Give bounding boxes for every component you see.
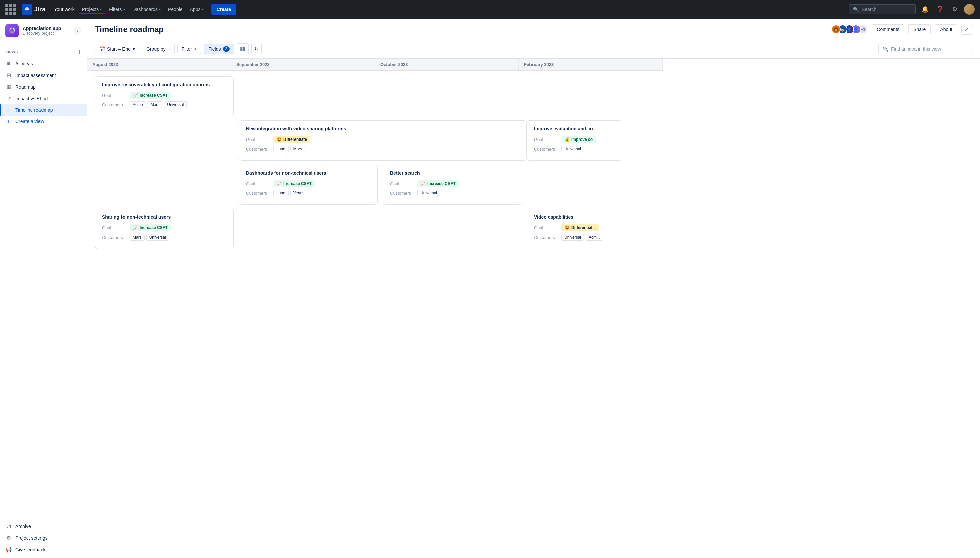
card-slot-4-3: Video capabilities Goal 🤩 Differentiat..…	[524, 209, 668, 249]
sidebar-item-impact-effort[interactable]: ↗ Impact vs Effort	[0, 93, 87, 104]
timeline-scroll[interactable]: August 2023 September 2023 October 2023 …	[87, 59, 980, 254]
card-customers-row: Customers Universal	[534, 146, 615, 152]
sidebar-item-label: Impact assessment	[15, 72, 56, 78]
fields-button[interactable]: Fields 3	[204, 44, 234, 54]
table-icon	[240, 46, 246, 52]
notifications-icon[interactable]: 🔔	[920, 4, 931, 15]
group-by-button[interactable]: Group by +	[142, 44, 175, 54]
idea-card-improve[interactable]: Improve evaluation and co... Goal 💰 Impr…	[527, 120, 622, 161]
customers-label: Customers	[390, 191, 413, 196]
date-range-chevron: ▾	[133, 46, 135, 51]
svg-rect-3	[243, 49, 245, 51]
sidebar-project: 🔮 Appreciation app Discovery project ‹	[0, 19, 87, 43]
goal-text: Increase CSAT	[140, 93, 168, 98]
customer-tag: Universal	[164, 101, 187, 108]
list-icon: ≡	[5, 61, 12, 67]
app-grid-icon[interactable]	[5, 4, 16, 15]
card-slot-4-2	[380, 209, 524, 249]
nav-dashboards[interactable]: Dashboards ▾	[129, 5, 164, 14]
customer-tag: Universal	[418, 190, 440, 196]
views-section: VIEWS + ≡ All ideas ⊞ Impact assessment …	[0, 43, 87, 131]
main-nav: Your work Projects ▾ Filters ▾ Dashboard…	[51, 5, 207, 14]
card-customers-row: Customers Mars Universal	[102, 234, 227, 241]
card-customers-row: Customers Acme Mars Universal	[102, 101, 227, 108]
sidebar-collapse-button[interactable]: ‹	[73, 27, 81, 35]
view-options-button[interactable]	[237, 43, 249, 54]
help-icon[interactable]: ❓	[934, 4, 945, 15]
customer-pills: Lune Venus	[273, 190, 307, 196]
card-customers-row: Customers Universal	[390, 190, 515, 196]
svg-rect-2	[240, 49, 242, 51]
sidebar-item-label: Create a view	[15, 119, 44, 124]
jira-logo[interactable]: Jira	[22, 4, 45, 15]
expand-icon: ⤢	[965, 27, 968, 32]
share-button[interactable]: Share	[908, 25, 931, 34]
idea-card-sharing[interactable]: Sharing to non-technical users Goal 📈 In…	[95, 209, 233, 249]
nav-filters[interactable]: Filters ▾	[106, 5, 128, 14]
idea-card-1[interactable]: Improve discoverability of configuration…	[95, 76, 233, 117]
sidebar-item-project-settings[interactable]: ⚙ Project settings	[0, 532, 87, 543]
idea-card-better-search[interactable]: Better search Goal 📈 Increase CSAT	[383, 164, 521, 205]
goal-tag: 🤩 Differentiat...	[561, 225, 599, 231]
cards-container: Improve discoverability of configuration…	[87, 71, 980, 254]
create-button[interactable]: Create	[211, 4, 237, 15]
card-slot-1-1	[236, 76, 380, 117]
nav-your-work[interactable]: Your work	[51, 5, 78, 14]
fields-label: Fields	[208, 46, 220, 51]
sidebar-item-timeline-roadmap[interactable]: ≡ Timeline roadmap	[0, 104, 87, 116]
date-range-label: Start – End	[107, 46, 130, 51]
archive-icon: 🗂	[5, 523, 12, 529]
page-header: Timeline roadmap 👩 👨 👤 👤 +3 Comments Sha…	[87, 19, 980, 39]
jira-wordmark: Jira	[35, 6, 45, 13]
header-actions: 👩 👨 👤 👤 +3 Comments Share About ⤢	[831, 24, 972, 35]
card-title: Improve evaluation and co...	[534, 126, 615, 131]
sidebar-item-label: Give feedback	[15, 547, 46, 552]
sidebar-item-create-view[interactable]: + Create a view	[0, 116, 87, 127]
nav-projects[interactable]: Projects ▾	[79, 5, 105, 14]
idea-card-2[interactable]: New integration with video sharing platf…	[239, 120, 527, 161]
card-slot-2-0	[92, 120, 236, 161]
comments-button[interactable]: Comments	[871, 25, 904, 34]
global-search[interactable]: 🔍	[849, 4, 916, 15]
avatar-group: 👩 👨 👤 👤 +3	[831, 25, 868, 34]
sidebar-item-archive[interactable]: 🗂 Archive	[0, 520, 87, 532]
card-slot-4-0: Sharing to non-technical users Goal 📈 In…	[92, 209, 236, 249]
goal-tag: 📈 Increase CSAT	[130, 225, 171, 231]
user-avatar[interactable]	[964, 4, 975, 15]
nav-apps[interactable]: Apps ▾	[187, 5, 207, 14]
customer-tag: Mars	[290, 146, 305, 152]
customers-label: Customers	[534, 146, 557, 151]
card-goal-row: Goal 📈 Increase CSAT	[102, 225, 227, 231]
settings-icon[interactable]: ⚙	[949, 4, 960, 15]
filter-plus: +	[194, 46, 197, 51]
sidebar-item-give-feedback[interactable]: 📢 Give feedback	[0, 543, 87, 555]
sidebar-item-label: Impact vs Effort	[15, 96, 48, 101]
goal-icon: 🤩	[277, 137, 282, 142]
card-goal-row: Goal 🤩 Differentiate	[246, 136, 520, 143]
idea-card-dashboards[interactable]: Dashboards for non-technical users Goal …	[239, 164, 378, 205]
view-search[interactable]: 🔍	[878, 44, 972, 54]
expand-button[interactable]: ⤢	[961, 24, 972, 35]
view-search-input[interactable]	[891, 46, 968, 51]
customers-label: Customers	[102, 235, 125, 240]
sidebar-item-impact-assessment[interactable]: ⊞ Impact assessment	[0, 69, 87, 81]
card-goal-row: Goal 📈 Increase CSAT	[246, 180, 370, 187]
auto-schedule-button[interactable]: ↻	[252, 43, 262, 54]
goal-icon: 🤩	[565, 225, 570, 230]
add-view-button[interactable]: +	[77, 49, 81, 55]
nav-people[interactable]: People	[164, 5, 186, 14]
sidebar-item-roadmap[interactable]: ▦ Roadmap	[0, 81, 87, 93]
filter-button[interactable]: Filter +	[178, 44, 201, 54]
card-slot-3-2: Better search Goal 📈 Increase CSAT	[380, 164, 524, 205]
card-customers-row: Customers Universal Acm...	[534, 234, 658, 241]
date-range-button[interactable]: 📅 Start – End ▾	[95, 44, 139, 54]
customer-tag: Lune	[273, 190, 288, 196]
card-goal-row: Goal 📈 Increase CSAT	[102, 92, 227, 99]
goal-tag: 📈 Increase CSAT	[418, 180, 459, 187]
sidebar-item-all-ideas[interactable]: ≡ All ideas	[0, 58, 87, 69]
customer-tag: Universal	[561, 146, 584, 152]
idea-card-video[interactable]: Video capabilities Goal 🤩 Differentiat..…	[527, 209, 665, 249]
search-input[interactable]	[862, 7, 911, 12]
about-button[interactable]: About	[935, 25, 957, 34]
views-section-label: VIEWS	[5, 50, 18, 54]
